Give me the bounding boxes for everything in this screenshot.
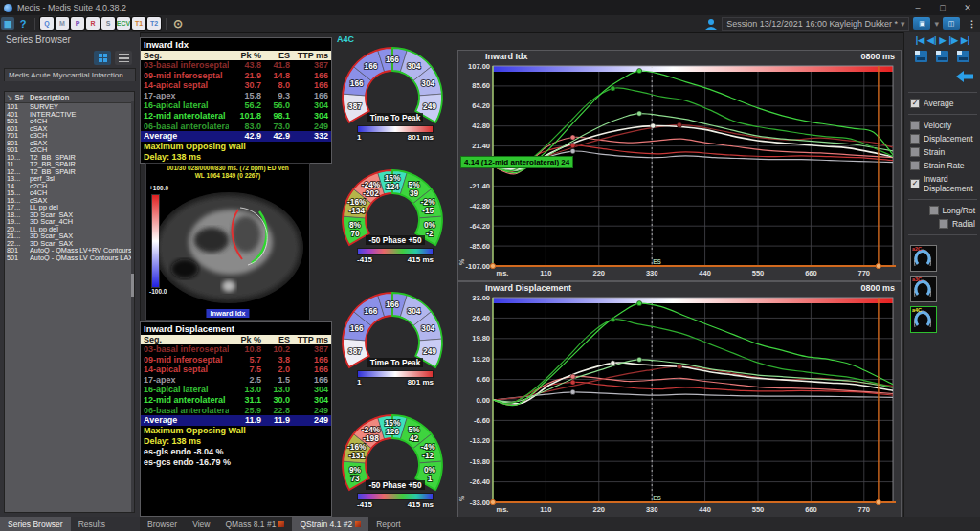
inward-idx-chart[interactable]: Inward Idx 0800 ms 107.0085.6064.2042.80…	[457, 50, 902, 281]
time-to-peak-gauge[interactable]: 387166166166304304249Time To Peak1801 ms	[330, 38, 455, 161]
series-row[interactable]: 14...c2CH	[5, 183, 134, 190]
view-thumbnail-a4C[interactable]: a4C	[910, 306, 937, 333]
seg-row[interactable]: 03-basal inferoseptal43.841.8387	[141, 60, 331, 71]
first-frame-button[interactable]: |◀	[916, 35, 924, 45]
series-row[interactable]: 901c2CH	[5, 146, 134, 154]
qstrain-ring-icon[interactable]: ⊙	[171, 17, 185, 30]
series-row[interactable]: 20...LL pp del	[5, 226, 134, 233]
seg-row[interactable]: 06-basal anterolateral83.073.0249	[141, 122, 331, 132]
medis-app-icon-4[interactable]: R	[86, 17, 100, 30]
help-icon[interactable]: ?	[16, 17, 30, 30]
medis-app-icon-5[interactable]: S	[101, 17, 115, 30]
seg-row[interactable]: 17-apex2.51.5166	[141, 375, 331, 386]
time-to-peak-gauge[interactable]: 387166166166304304249Time To Peak1801 ms	[330, 283, 455, 406]
medis-app-icon-1[interactable]: Q	[40, 17, 54, 30]
list-view-button[interactable]	[115, 51, 132, 65]
tab-series-browser[interactable]: Series Browser	[0, 517, 71, 531]
svg-text:-198: -198	[363, 433, 379, 443]
tab-qmass-8-1-1[interactable]: QMass 8.1 #1	[217, 517, 292, 531]
inward-displacement-table: Inward DisplacementSeg.Pk %ESTTP ms03-ba…	[140, 321, 332, 517]
checkbox-strain[interactable]: Strain	[904, 145, 980, 159]
series-row[interactable]: 13...perf_3sl	[5, 175, 134, 183]
checkbox-displacement[interactable]: Displacement	[904, 132, 980, 145]
seg-row[interactable]: 03-basal inferoseptal10.810.2387	[141, 344, 331, 355]
checkbox-long-rot[interactable]: Long/Rot	[904, 204, 980, 217]
seg-row[interactable]: 17-apex15.89.3166	[141, 91, 331, 101]
checkbox-radial[interactable]: Radial	[904, 217, 980, 231]
series-row[interactable]: 18...3D Scar_SAX	[5, 211, 134, 219]
series-row[interactable]: 22...3D Scar_SAX	[5, 240, 134, 248]
inward-displacement-chart[interactable]: Inward Displacement 0800 ms 33.0026.4019…	[457, 281, 902, 518]
prev-frame-button[interactable]: ◀|	[927, 35, 936, 45]
overflow-menu-icon[interactable]: ⋮	[968, 19, 976, 29]
layout-icon[interactable]: ▦	[1, 17, 14, 30]
series-row[interactable]: 501AutoQ - QMass LV Contours LAX ...	[5, 254, 134, 262]
tab-results[interactable]: Results	[71, 517, 113, 531]
back-arrow-icon[interactable]	[956, 71, 973, 82]
grid-view-button[interactable]	[94, 51, 111, 65]
svg-text:6.60: 6.60	[476, 375, 490, 384]
export-jpg-icon[interactable]	[914, 50, 929, 63]
tab-view[interactable]: View	[185, 517, 217, 531]
seg-table-metric: es-gls endo -8.04 %	[141, 447, 331, 457]
tab-qstrain-4-1-2[interactable]: QStrain 4.1 #2	[292, 517, 368, 531]
series-row[interactable]: 19...3D Scar_4CH	[5, 218, 134, 226]
series-row[interactable]: 10...T2_BB_SPAIR	[5, 154, 134, 162]
series-row[interactable]: 401INTERACTIVE	[5, 111, 134, 119]
layout-compare-icon[interactable]: ◫	[943, 17, 960, 30]
seg-row[interactable]: 12-mid anterolateral101.898.1304	[141, 111, 331, 122]
checkbox-velocity[interactable]: Velocity	[904, 119, 980, 132]
seg-row[interactable]: 16-apical lateral56.256.0304	[141, 100, 331, 111]
series-row[interactable]: 601cSAX	[5, 125, 134, 133]
view-thumbnail-a3C[interactable]: a3C	[910, 276, 937, 302]
view-thumbnail-a2C[interactable]: a2C	[910, 245, 937, 272]
checkbox-inward-displacement[interactable]: ✓Inward Displacement	[904, 172, 980, 195]
seg-row[interactable]: 14-apical septal7.52.0166	[141, 365, 331, 375]
seg-row[interactable]: 16-apical lateral13.013.0304	[141, 385, 331, 395]
play-button[interactable]: ▶	[940, 35, 947, 45]
series-list-header[interactable]: ↘ S# Description	[5, 92, 134, 103]
medis-app-icon-2[interactable]: M	[56, 17, 69, 30]
series-row[interactable]: 16...cSAX	[5, 197, 134, 205]
series-scrollbar[interactable]	[131, 101, 134, 512]
series-row[interactable]: 701c3CH	[5, 132, 134, 140]
tab-browser[interactable]: Browser	[140, 517, 185, 531]
export-data-icon[interactable]	[935, 50, 950, 63]
close-button[interactable]: ✕	[955, 3, 980, 12]
medis-app-icon-3[interactable]: P	[71, 17, 84, 30]
t2-app-icon[interactable]: T2	[147, 17, 161, 30]
ecv-app-icon[interactable]: ECV	[117, 17, 130, 30]
tab-report[interactable]: Report	[368, 517, 409, 531]
series-row[interactable]: 11...T2_BB_SPAIR	[5, 161, 134, 168]
maximize-button[interactable]: □	[930, 3, 955, 12]
mri-viewport[interactable]: 001/30 028/0000/830 ms. (72 bpm) ED Ven …	[145, 163, 310, 321]
seg-row[interactable]: 09-mid inferoseptal5.73.8166	[141, 355, 331, 365]
series-row[interactable]: 101SURVEY	[5, 103, 134, 111]
checkbox-average[interactable]: ✓Average	[904, 97, 980, 110]
study-tab[interactable]: Medis Acute Myocardial Infarction ...	[4, 68, 136, 81]
seg-row[interactable]: 12-mid anterolateral31.130.0304	[141, 395, 331, 406]
session-dropdown[interactable]: Session 13/12/2021 16:00 Kayleigh Dukker…	[722, 17, 909, 31]
phase-gauge[interactable]: 8%70-16%-134-24%-20215%1245%39-2%-150%-2…	[330, 161, 455, 283]
seg-row[interactable]: 06-basal anterolateral25.922.8249	[141, 406, 331, 416]
series-row[interactable]: 17...LL pp del	[5, 204, 134, 211]
series-row[interactable]: 12...T2_BB_SPAIR	[5, 168, 134, 176]
svg-text:42.80: 42.80	[472, 122, 490, 130]
series-row[interactable]: 801cSAX	[5, 140, 134, 147]
series-row[interactable]: 801AutoQ - QMass LV+RV Contours	[5, 247, 134, 254]
checkbox-strain-rate[interactable]: Strain Rate	[904, 159, 980, 172]
minimize-button[interactable]: –	[905, 3, 930, 12]
series-row[interactable]: 21...3D Scar_SAX	[5, 232, 134, 240]
series-row[interactable]: 501c4CH	[5, 118, 134, 125]
layout-single-icon[interactable]: ▣	[913, 17, 930, 30]
last-frame-button[interactable]: ▶|	[961, 35, 969, 45]
t1-app-icon[interactable]: T1	[132, 17, 145, 30]
series-row[interactable]: 15...c4CH	[5, 189, 134, 197]
seg-row[interactable]: 09-mid inferoseptal21.914.8166	[141, 71, 331, 81]
gauge-colormap-bar	[357, 370, 434, 378]
next-frame-button[interactable]: |▶	[948, 35, 957, 45]
chevron-down-icon[interactable]: ▾	[934, 19, 939, 29]
export-matrix-icon[interactable]	[956, 50, 971, 63]
phase-gauge[interactable]: 9%73-16%-131-24%-19815%1265%42-4%-120%1-…	[330, 406, 455, 528]
seg-row[interactable]: 14-apical septal30.78.0166	[141, 80, 331, 91]
